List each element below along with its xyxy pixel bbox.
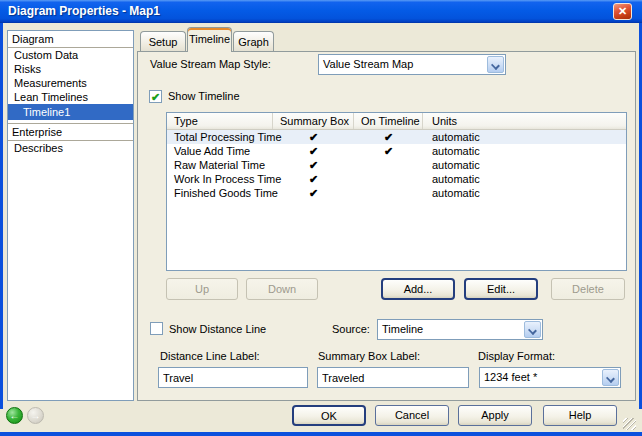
cancel-button[interactable]: Cancel <box>375 405 449 426</box>
diagram-properties-dialog: Diagram Properties - Map1 ✕ DiagramCusto… <box>0 0 642 436</box>
display-format-select[interactable]: 1234 feet * <box>479 367 621 388</box>
column-header-units[interactable]: Units <box>423 113 626 129</box>
table-row[interactable]: Finished Goods Time✔automatic <box>167 186 626 200</box>
dropdown-button[interactable] <box>524 321 541 338</box>
distance-line-label-input[interactable] <box>158 367 308 388</box>
sidebar-item-timeline1[interactable]: Timeline1 <box>8 104 133 120</box>
dropdown-button[interactable] <box>602 369 619 386</box>
help-button[interactable]: Help <box>543 405 617 426</box>
column-header-summary-box[interactable]: Summary Box <box>273 113 354 129</box>
apply-button[interactable]: Apply <box>458 405 532 426</box>
distance-line-label-caption: Distance Line Label: <box>160 350 260 362</box>
column-header-type[interactable]: Type <box>167 113 273 129</box>
sidebar-item-risks[interactable]: Risks <box>8 62 133 76</box>
units-cell: automatic <box>423 130 626 144</box>
sidebar-tree: DiagramCustom DataRisksMeasurementsLean … <box>7 30 134 401</box>
value-stream-map-style-select[interactable]: Value Stream Map <box>318 54 506 75</box>
close-button[interactable]: ✕ <box>613 3 632 20</box>
sidebar-item-diagram[interactable]: Diagram <box>8 31 133 48</box>
forward-arrow-icon: → <box>31 410 41 421</box>
dropdown-button[interactable] <box>487 56 504 73</box>
table-row[interactable]: Raw Material Time✔automatic <box>167 158 626 172</box>
on-timeline-check <box>354 186 423 200</box>
table-row[interactable]: Total Processing Time✔✔automatic <box>167 130 626 144</box>
timeline-types-table: Type Summary Box On Timeline Units Total… <box>166 112 627 271</box>
summary-box-check: ✔ <box>273 172 354 186</box>
chevron-down-icon <box>528 326 537 335</box>
sidebar-item-describes[interactable]: Describes <box>8 141 133 155</box>
units-cell: automatic <box>423 172 626 186</box>
edit-button[interactable]: Edit... <box>464 278 538 300</box>
up-button[interactable]: Up <box>166 278 238 300</box>
table-row[interactable]: Work In Process Time✔automatic <box>167 172 626 186</box>
display-format-caption: Display Format: <box>478 350 555 362</box>
close-icon: ✕ <box>618 5 627 17</box>
window-title: Diagram Properties - Map1 <box>8 4 160 18</box>
tab-setup[interactable]: Setup <box>140 31 186 52</box>
on-timeline-check: ✔ <box>354 144 423 158</box>
summary-box-check: ✔ <box>273 130 354 144</box>
table-body: Total Processing Time✔✔automaticValue Ad… <box>167 130 626 200</box>
add-button[interactable]: Add... <box>381 278 455 300</box>
value-stream-map-style-label: Value Stream Map Style: <box>150 58 271 70</box>
table-header-row: Type Summary Box On Timeline Units <box>167 113 626 130</box>
delete-button[interactable]: Delete <box>551 278 625 300</box>
sidebar-item-lean-timelines[interactable]: Lean Timelines <box>8 90 133 104</box>
source-value: Timeline <box>382 323 423 335</box>
show-distance-line-label: Show Distance Line <box>169 323 266 335</box>
title-bar[interactable]: Diagram Properties - Map1 <box>0 0 642 23</box>
window-border-bottom <box>0 432 642 436</box>
ok-button[interactable]: OK <box>292 405 366 426</box>
tab-graph[interactable]: Graph <box>233 31 274 52</box>
on-timeline-check <box>354 158 423 172</box>
show-distance-line-checkbox[interactable] <box>150 322 163 335</box>
source-select[interactable]: Timeline <box>377 319 543 340</box>
type-cell: Finished Goods Time <box>167 186 273 200</box>
display-format-value: 1234 feet * <box>484 371 537 383</box>
type-cell: Work In Process Time <box>167 172 273 186</box>
value-stream-map-style-value: Value Stream Map <box>323 58 413 70</box>
sidebar-item-custom-data[interactable]: Custom Data <box>8 48 133 62</box>
units-cell: automatic <box>423 144 626 158</box>
units-cell: automatic <box>423 158 626 172</box>
show-timeline-label: Show Timeline <box>168 90 240 102</box>
window-border-left <box>0 0 3 409</box>
column-header-on-timeline[interactable]: On Timeline <box>354 113 423 129</box>
nav-forward-button[interactable]: → <box>27 407 44 424</box>
show-timeline-checkbox[interactable]: ✔ <box>149 90 162 103</box>
type-cell: Total Processing Time <box>167 130 273 144</box>
type-cell: Value Add Time <box>167 144 273 158</box>
chevron-down-icon <box>491 61 500 70</box>
on-timeline-check <box>354 172 423 186</box>
summary-box-label-input[interactable] <box>317 367 469 388</box>
units-cell: automatic <box>423 186 626 200</box>
down-button[interactable]: Down <box>246 278 318 300</box>
nav-back-button[interactable]: ← <box>6 407 23 424</box>
tab-timeline[interactable]: Timeline <box>187 27 232 52</box>
on-timeline-check: ✔ <box>354 130 423 144</box>
check-icon: ✔ <box>151 91 160 103</box>
summary-box-check: ✔ <box>273 186 354 200</box>
summary-box-check: ✔ <box>273 158 354 172</box>
resize-grip[interactable] <box>623 418 636 430</box>
chevron-down-icon <box>606 374 615 383</box>
type-cell: Raw Material Time <box>167 158 273 172</box>
summary-box-label-caption: Summary Box Label: <box>318 350 420 362</box>
source-label: Source: <box>332 323 370 335</box>
table-row[interactable]: Value Add Time✔✔automatic <box>167 144 626 158</box>
back-arrow-icon: ← <box>10 410 20 421</box>
sidebar-item-enterprise[interactable]: Enterprise <box>8 123 133 141</box>
summary-box-check: ✔ <box>273 144 354 158</box>
sidebar-item-measurements[interactable]: Measurements <box>8 76 133 90</box>
